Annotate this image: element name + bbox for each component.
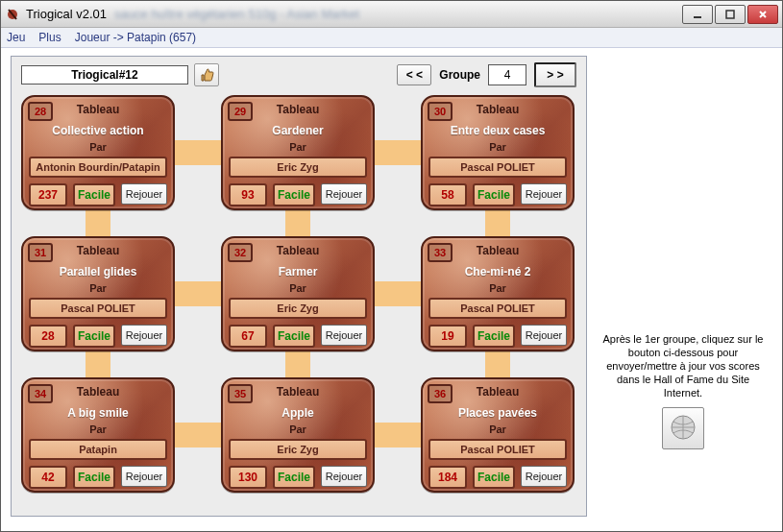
level-card[interactable]: 32 Tableau Farmer Par Eric Zyg 67 Facile… xyxy=(221,236,375,351)
tableau-label: Tableau xyxy=(23,385,173,399)
replay-button[interactable]: Rejouer xyxy=(521,325,567,346)
tableau-label: Tableau xyxy=(223,244,373,257)
menu-joueur[interactable]: Joueur -> Patapin (657) xyxy=(75,31,196,44)
level-bottom-row: 130 Facile Rejouer xyxy=(229,466,367,485)
thumbs-up-button[interactable] xyxy=(194,63,219,86)
level-card[interactable]: 30 Tableau Entre deux cases Par Pascal P… xyxy=(421,95,575,210)
level-difficulty: Facile xyxy=(73,466,115,489)
level-score: 19 xyxy=(428,325,467,348)
par-label: Par xyxy=(23,141,173,153)
level-card[interactable]: 33 Tableau Che-mi-né 2 Par Pascal POLIET… xyxy=(421,236,575,351)
level-title: A big smile xyxy=(29,406,167,420)
par-label: Par xyxy=(423,282,573,294)
titlebar: Triogical v2.01 sauce huître végétarien … xyxy=(1,1,782,28)
group-number-input[interactable] xyxy=(488,64,526,85)
level-author: Eric Zyg xyxy=(229,157,367,178)
replay-button[interactable]: Rejouer xyxy=(521,183,567,205)
level-author: Pascal POLIET xyxy=(428,157,567,178)
level-bottom-row: 184 Facile Rejouer xyxy=(428,466,567,485)
level-score: 93 xyxy=(229,183,267,206)
tableau-label: Tableau xyxy=(423,385,573,399)
replay-button[interactable]: Rejouer xyxy=(521,466,567,487)
level-score: 184 xyxy=(428,466,467,489)
globe-icon xyxy=(669,413,697,444)
client-area: < < Groupe > > xyxy=(1,48,782,524)
level-title: Collective action xyxy=(29,124,167,137)
par-label: Par xyxy=(223,141,373,153)
maximize-button[interactable] xyxy=(715,5,746,24)
level-card[interactable]: 34 Tableau A big smile Par Patapin 42 Fa… xyxy=(21,377,175,493)
par-label: Par xyxy=(223,282,373,294)
level-author: Patapin xyxy=(29,439,167,460)
level-bottom-row: 67 Facile Rejouer xyxy=(229,325,367,344)
prev-group-button[interactable]: < < xyxy=(397,64,431,85)
level-author: Pascal POLIET xyxy=(29,298,167,319)
level-card[interactable]: 36 Tableau Places pavées Par Pascal POLI… xyxy=(421,377,575,493)
app-window: Triogical v2.01 sauce huître végétarien … xyxy=(0,0,783,532)
level-grid: 28 Tableau Collective action Par Antonin… xyxy=(21,95,575,504)
level-difficulty: Facile xyxy=(73,325,115,348)
level-title: Parallel glides xyxy=(29,265,167,278)
menu-plus[interactable]: Plus xyxy=(38,31,61,44)
close-button[interactable] xyxy=(747,5,778,24)
level-title: Che-mi-né 2 xyxy=(428,265,567,278)
tableau-label: Tableau xyxy=(23,244,173,257)
level-difficulty: Facile xyxy=(273,466,315,489)
par-label: Par xyxy=(23,282,173,294)
level-author: Pascal POLIET xyxy=(428,298,567,319)
tableau-label: Tableau xyxy=(423,244,573,257)
level-panel: < < Groupe > > xyxy=(11,56,587,517)
level-score: 67 xyxy=(229,325,267,348)
level-score: 42 xyxy=(29,466,67,489)
side-area: Après le 1er groupe, cliquez sur le bout… xyxy=(597,332,770,449)
level-score: 237 xyxy=(29,183,67,206)
par-label: Par xyxy=(23,423,173,435)
level-author: Eric Zyg xyxy=(229,298,367,319)
upload-scores-button[interactable] xyxy=(662,407,704,449)
level-bottom-row: 28 Facile Rejouer xyxy=(29,325,167,344)
par-label: Par xyxy=(223,423,373,435)
minimize-button[interactable] xyxy=(682,5,713,24)
tableau-label: Tableau xyxy=(223,385,373,399)
level-score: 58 xyxy=(428,183,467,206)
level-difficulty: Facile xyxy=(473,466,515,489)
menu-jeu[interactable]: Jeu xyxy=(7,31,25,44)
replay-button[interactable]: Rejouer xyxy=(121,466,167,487)
replay-button[interactable]: Rejouer xyxy=(321,183,367,205)
tableau-label: Tableau xyxy=(223,103,373,116)
level-title: Entre deux cases xyxy=(428,124,567,137)
tableau-label: Tableau xyxy=(23,103,173,116)
level-title: Places pavées xyxy=(428,406,567,420)
replay-button[interactable]: Rejouer xyxy=(321,325,367,346)
level-difficulty: Facile xyxy=(473,183,515,206)
level-card[interactable]: 29 Tableau Gardener Par Eric Zyg 93 Faci… xyxy=(221,95,375,210)
level-difficulty: Facile xyxy=(73,183,115,206)
level-title: Apple xyxy=(229,406,367,420)
par-label: Par xyxy=(423,423,573,435)
level-title: Farmer xyxy=(229,265,367,278)
replay-button[interactable]: Rejouer xyxy=(121,325,167,346)
set-name-input[interactable] xyxy=(21,65,188,85)
par-label: Par xyxy=(423,141,573,153)
next-group-button[interactable]: > > xyxy=(534,62,576,87)
level-difficulty: Facile xyxy=(273,183,315,206)
level-card[interactable]: 28 Tableau Collective action Par Antonin… xyxy=(21,95,175,210)
level-card[interactable]: 31 Tableau Parallel glides Par Pascal PO… xyxy=(21,236,175,351)
replay-button[interactable]: Rejouer xyxy=(321,466,367,487)
tableau-label: Tableau xyxy=(423,103,573,116)
level-score: 28 xyxy=(29,325,67,348)
level-bottom-row: 19 Facile Rejouer xyxy=(428,325,567,344)
level-bottom-row: 237 Facile Rejouer xyxy=(29,183,167,203)
level-card[interactable]: 35 Tableau Apple Par Eric Zyg 130 Facile… xyxy=(221,377,375,493)
level-difficulty: Facile xyxy=(273,325,315,348)
level-difficulty: Facile xyxy=(473,325,515,348)
level-author: Eric Zyg xyxy=(229,439,367,460)
level-author: Pascal POLIET xyxy=(428,439,567,460)
panel-top-row: < < Groupe > > xyxy=(21,64,576,85)
hof-instructions: Après le 1er groupe, cliquez sur le bout… xyxy=(597,332,770,399)
level-bottom-row: 42 Facile Rejouer xyxy=(29,466,167,485)
replay-button[interactable]: Rejouer xyxy=(121,183,167,205)
window-title: Triogical v2.01 xyxy=(26,7,107,21)
menubar: Jeu Plus Joueur -> Patapin (657) xyxy=(1,28,782,48)
level-title: Gardener xyxy=(229,124,367,137)
